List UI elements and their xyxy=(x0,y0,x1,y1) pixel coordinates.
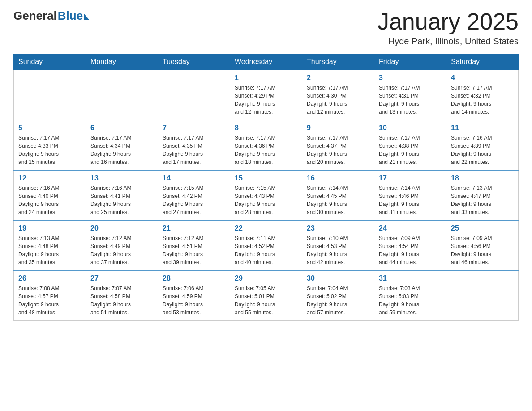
logo-arrow-icon xyxy=(84,13,89,20)
calendar-cell: 28Sunrise: 7:06 AM Sunset: 4:59 PM Dayli… xyxy=(158,270,230,321)
calendar-cell: 25Sunrise: 7:09 AM Sunset: 4:56 PM Dayli… xyxy=(446,220,519,270)
calendar-cell xyxy=(14,70,86,120)
day-number: 29 xyxy=(235,274,297,283)
calendar-subtitle: Hyde Park, Illinois, United States xyxy=(378,36,519,47)
day-info: Sunrise: 7:17 AM Sunset: 4:32 PM Dayligh… xyxy=(451,84,514,116)
calendar-cell: 29Sunrise: 7:05 AM Sunset: 5:01 PM Dayli… xyxy=(230,270,302,321)
calendar-cell: 21Sunrise: 7:12 AM Sunset: 4:51 PM Dayli… xyxy=(158,220,230,270)
day-info: Sunrise: 7:17 AM Sunset: 4:37 PM Dayligh… xyxy=(307,134,369,166)
day-number: 7 xyxy=(163,124,225,132)
day-number: 16 xyxy=(307,174,369,182)
logo: General Blue xyxy=(13,9,89,23)
calendar-cell: 5Sunrise: 7:17 AM Sunset: 4:33 PM Daylig… xyxy=(14,120,86,170)
calendar-cell: 2Sunrise: 7:17 AM Sunset: 4:30 PM Daylig… xyxy=(302,70,374,120)
day-info: Sunrise: 7:17 AM Sunset: 4:36 PM Dayligh… xyxy=(235,134,297,166)
day-number: 18 xyxy=(451,174,514,182)
title-group: January 2025 Hyde Park, Illinois, United… xyxy=(378,9,519,47)
calendar-cell xyxy=(158,70,230,120)
day-info: Sunrise: 7:09 AM Sunset: 4:56 PM Dayligh… xyxy=(451,234,514,266)
day-info: Sunrise: 7:15 AM Sunset: 4:42 PM Dayligh… xyxy=(163,184,225,216)
calendar-cell: 23Sunrise: 7:10 AM Sunset: 4:53 PM Dayli… xyxy=(302,220,374,270)
day-number: 3 xyxy=(379,74,442,82)
calendar-cell: 10Sunrise: 7:17 AM Sunset: 4:38 PM Dayli… xyxy=(374,120,446,170)
calendar-cell xyxy=(86,70,158,120)
calendar-cell: 11Sunrise: 7:16 AM Sunset: 4:39 PM Dayli… xyxy=(446,120,519,170)
calendar-week-row: 19Sunrise: 7:13 AM Sunset: 4:48 PM Dayli… xyxy=(14,220,519,270)
day-number: 28 xyxy=(163,274,225,283)
day-of-week-header: Thursday xyxy=(302,54,374,70)
day-number: 26 xyxy=(18,274,81,283)
calendar-cell: 20Sunrise: 7:12 AM Sunset: 4:49 PM Dayli… xyxy=(86,220,158,270)
day-info: Sunrise: 7:16 AM Sunset: 4:40 PM Dayligh… xyxy=(18,184,81,216)
day-number: 1 xyxy=(235,74,297,82)
day-number: 27 xyxy=(90,274,153,283)
day-number: 23 xyxy=(307,224,369,232)
day-number: 6 xyxy=(90,124,153,132)
day-info: Sunrise: 7:08 AM Sunset: 4:57 PM Dayligh… xyxy=(18,284,81,317)
day-number: 31 xyxy=(379,274,442,283)
calendar-cell: 6Sunrise: 7:17 AM Sunset: 4:34 PM Daylig… xyxy=(86,120,158,170)
day-info: Sunrise: 7:14 AM Sunset: 4:45 PM Dayligh… xyxy=(307,184,369,216)
day-number: 13 xyxy=(90,174,153,182)
calendar-cell: 15Sunrise: 7:15 AM Sunset: 4:43 PM Dayli… xyxy=(230,170,302,220)
logo-general: General xyxy=(13,9,57,23)
day-info: Sunrise: 7:04 AM Sunset: 5:02 PM Dayligh… xyxy=(307,284,369,317)
calendar-week-row: 5Sunrise: 7:17 AM Sunset: 4:33 PM Daylig… xyxy=(14,120,519,170)
day-number: 17 xyxy=(379,174,442,182)
day-number: 19 xyxy=(18,224,81,232)
day-info: Sunrise: 7:03 AM Sunset: 5:03 PM Dayligh… xyxy=(379,284,442,317)
day-info: Sunrise: 7:12 AM Sunset: 4:49 PM Dayligh… xyxy=(90,234,153,266)
day-number: 20 xyxy=(90,224,153,232)
day-number: 10 xyxy=(379,124,442,132)
day-info: Sunrise: 7:13 AM Sunset: 4:47 PM Dayligh… xyxy=(451,184,514,216)
day-info: Sunrise: 7:17 AM Sunset: 4:33 PM Dayligh… xyxy=(18,134,81,166)
day-number: 8 xyxy=(235,124,297,132)
calendar-title: January 2025 xyxy=(378,9,519,34)
calendar-week-row: 1Sunrise: 7:17 AM Sunset: 4:29 PM Daylig… xyxy=(14,70,519,120)
day-of-week-header: Saturday xyxy=(446,54,519,70)
day-info: Sunrise: 7:17 AM Sunset: 4:30 PM Dayligh… xyxy=(307,84,369,116)
calendar-week-row: 26Sunrise: 7:08 AM Sunset: 4:57 PM Dayli… xyxy=(14,270,519,321)
day-info: Sunrise: 7:17 AM Sunset: 4:31 PM Dayligh… xyxy=(379,84,442,116)
day-number: 30 xyxy=(307,274,369,283)
calendar-cell: 12Sunrise: 7:16 AM Sunset: 4:40 PM Dayli… xyxy=(14,170,86,220)
calendar-week-row: 12Sunrise: 7:16 AM Sunset: 4:40 PM Dayli… xyxy=(14,170,519,220)
calendar-cell xyxy=(446,270,519,321)
day-info: Sunrise: 7:05 AM Sunset: 5:01 PM Dayligh… xyxy=(235,284,297,317)
calendar-cell: 31Sunrise: 7:03 AM Sunset: 5:03 PM Dayli… xyxy=(374,270,446,321)
day-number: 2 xyxy=(307,74,369,82)
calendar-cell: 27Sunrise: 7:07 AM Sunset: 4:58 PM Dayli… xyxy=(86,270,158,321)
day-info: Sunrise: 7:16 AM Sunset: 4:41 PM Dayligh… xyxy=(90,184,153,216)
day-info: Sunrise: 7:07 AM Sunset: 4:58 PM Dayligh… xyxy=(90,284,153,317)
day-info: Sunrise: 7:17 AM Sunset: 4:38 PM Dayligh… xyxy=(379,134,442,166)
day-info: Sunrise: 7:12 AM Sunset: 4:51 PM Dayligh… xyxy=(163,234,225,266)
calendar-cell: 1Sunrise: 7:17 AM Sunset: 4:29 PM Daylig… xyxy=(230,70,302,120)
calendar-cell: 9Sunrise: 7:17 AM Sunset: 4:37 PM Daylig… xyxy=(302,120,374,170)
calendar-cell: 14Sunrise: 7:15 AM Sunset: 4:42 PM Dayli… xyxy=(158,170,230,220)
day-number: 11 xyxy=(451,124,514,132)
day-info: Sunrise: 7:15 AM Sunset: 4:43 PM Dayligh… xyxy=(235,184,297,216)
day-of-week-header: Tuesday xyxy=(158,54,230,70)
day-info: Sunrise: 7:09 AM Sunset: 4:54 PM Dayligh… xyxy=(379,234,442,266)
calendar-cell: 4Sunrise: 7:17 AM Sunset: 4:32 PM Daylig… xyxy=(446,70,519,120)
calendar-cell: 3Sunrise: 7:17 AM Sunset: 4:31 PM Daylig… xyxy=(374,70,446,120)
day-of-week-header: Wednesday xyxy=(230,54,302,70)
day-info: Sunrise: 7:06 AM Sunset: 4:59 PM Dayligh… xyxy=(163,284,225,317)
day-number: 14 xyxy=(163,174,225,182)
day-number: 25 xyxy=(451,224,514,232)
day-number: 12 xyxy=(18,174,81,182)
day-number: 5 xyxy=(18,124,81,132)
day-of-week-header: Sunday xyxy=(14,54,86,70)
day-number: 15 xyxy=(235,174,297,182)
logo-blue: Blue xyxy=(58,9,83,23)
calendar-table: SundayMondayTuesdayWednesdayThursdayFrid… xyxy=(13,54,519,321)
calendar-cell: 26Sunrise: 7:08 AM Sunset: 4:57 PM Dayli… xyxy=(14,270,86,321)
day-number: 9 xyxy=(307,124,369,132)
calendar-cell: 8Sunrise: 7:17 AM Sunset: 4:36 PM Daylig… xyxy=(230,120,302,170)
day-of-week-header: Monday xyxy=(86,54,158,70)
day-info: Sunrise: 7:16 AM Sunset: 4:39 PM Dayligh… xyxy=(451,134,514,166)
page-header: General Blue January 2025 Hyde Park, Ill… xyxy=(13,9,519,47)
calendar-cell: 7Sunrise: 7:17 AM Sunset: 4:35 PM Daylig… xyxy=(158,120,230,170)
day-number: 4 xyxy=(451,74,514,82)
calendar-cell: 17Sunrise: 7:14 AM Sunset: 4:46 PM Dayli… xyxy=(374,170,446,220)
